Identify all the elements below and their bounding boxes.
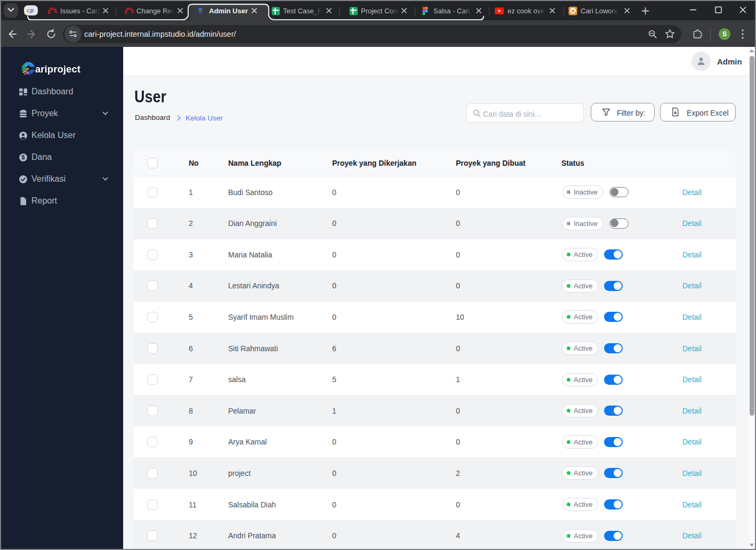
svg-text:$: $: [22, 154, 25, 160]
